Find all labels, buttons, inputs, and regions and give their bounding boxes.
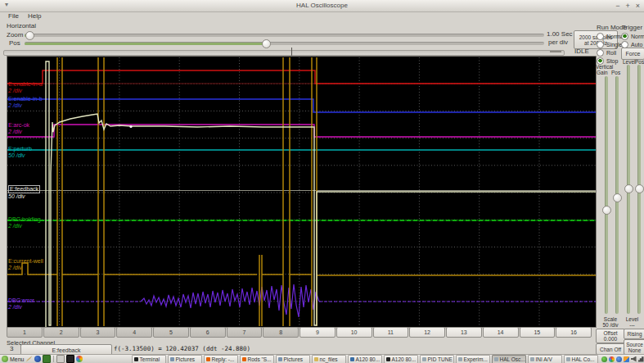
- window-icon: [494, 357, 498, 361]
- channel-button-9[interactable]: 9: [299, 327, 336, 338]
- window-label: HAL Co...: [572, 356, 595, 362]
- terminal-icon[interactable]: [43, 355, 51, 363]
- trigger-level-thumb[interactable]: [624, 184, 633, 193]
- taskbar-window-pictures[interactable]: Pictures: [276, 355, 310, 363]
- zoom-slider-thumb[interactable]: [25, 31, 34, 40]
- menu-file[interactable]: File: [8, 12, 19, 20]
- channel-label-DBG:error[interactable]: DBG:error2 /div: [8, 297, 34, 311]
- pos-slider-thumb[interactable]: [262, 39, 271, 48]
- channel-button-16[interactable]: 16: [556, 327, 592, 338]
- channel-label-E:arc-ok[interactable]: E:arc-ok2 /div: [8, 122, 29, 135]
- quassel-icon[interactable]: [601, 356, 607, 362]
- record-position-handle[interactable]: [550, 51, 561, 52]
- channel-button-11[interactable]: 11: [373, 327, 409, 338]
- window-controls: −+×: [610, 1, 640, 11]
- offset-button[interactable]: Offset 0.000: [596, 329, 625, 343]
- taskbar-window-reply-[interactable]: Reply: -...: [204, 355, 238, 363]
- channel-label-DBG:holding[interactable]: DBG:holding2 /div: [8, 216, 41, 229]
- channel-button-4[interactable]: 4: [116, 327, 152, 338]
- system-tray: [601, 356, 644, 362]
- taskbar-window-hal-co-[interactable]: HAL Co...: [564, 355, 598, 363]
- channel-button-15[interactable]: 15: [520, 327, 556, 338]
- horizontal-pos-slider[interactable]: [25, 42, 544, 45]
- radio-dot: [597, 49, 604, 57]
- channel-label-E:current-well[interactable]: E:current-well2 /div: [8, 258, 43, 271]
- launcher-icons: [26, 355, 83, 363]
- chrome-icon[interactable]: [76, 356, 83, 362]
- channel-button-2[interactable]: 2: [43, 327, 79, 338]
- taskbar-window-terminal[interactable]: Terminal: [132, 355, 166, 363]
- window-label: HAL Osc...: [500, 356, 525, 362]
- channel-button-7[interactable]: 7: [227, 327, 263, 338]
- channel-button-1[interactable]: 1: [7, 327, 43, 338]
- taskbar-separator: [53, 356, 54, 362]
- chan-off-button[interactable]: Chan Off: [596, 343, 625, 355]
- display-icon[interactable]: [66, 355, 74, 363]
- source-button[interactable]: Source None: [624, 339, 644, 355]
- taskbar-window-rods-s-[interactable]: Rods "S...: [240, 355, 274, 363]
- window-label: Terminal: [140, 356, 160, 362]
- taskbar-menu-label: Menu: [10, 356, 25, 362]
- acquisition-status: IDLE: [574, 48, 589, 55]
- horizontal-section-label: Horizontal: [7, 22, 36, 29]
- channel-button-13[interactable]: 13: [446, 327, 482, 338]
- trigger-label: Trigger: [622, 24, 642, 31]
- trigger-radio-normal[interactable]: Normal: [621, 32, 644, 40]
- scope-display[interactable]: [7, 56, 597, 328]
- taskbar-window-experim-[interactable]: Experim...: [456, 355, 490, 363]
- channel-button-10[interactable]: 10: [336, 327, 372, 338]
- screen-icon[interactable]: [56, 355, 65, 363]
- menu-help[interactable]: Help: [28, 12, 41, 20]
- rising-button[interactable]: Rising: [624, 329, 644, 339]
- window-label: A120 80...: [356, 356, 381, 362]
- trace-E:arc-ok: [7, 125, 596, 137]
- vertical-gain-thumb[interactable]: [602, 206, 611, 215]
- vertical-section-label: Vertical: [596, 64, 613, 70]
- vertical-gain-slider[interactable]: [605, 76, 608, 314]
- channel-label-E:perturb[interactable]: E:perturb50 /div: [8, 146, 32, 159]
- signal-icon[interactable]: [638, 356, 644, 362]
- taskbar-window-a120-80-[interactable]: A120 80...: [384, 355, 418, 363]
- channel-button-14[interactable]: 14: [483, 327, 519, 338]
- close-button[interactable]: ×: [636, 2, 640, 10]
- taskbar-window-hal-osc-[interactable]: HAL Osc...: [492, 355, 526, 363]
- horizontal-zoom-slider[interactable]: [25, 34, 544, 37]
- channel-name: E:current-well: [8, 258, 43, 265]
- taskbar-window-ini-a-v[interactable]: INI A/V: [528, 355, 562, 363]
- chrome-icon[interactable]: [609, 356, 615, 362]
- channel-button-8[interactable]: 8: [263, 327, 299, 338]
- channel-button-6[interactable]: 6: [190, 327, 226, 338]
- taskbar-window-a120-80-[interactable]: A120 80...: [348, 355, 382, 363]
- taskbar-window-pictures[interactable]: Pictures: [168, 355, 202, 363]
- pencil-icon[interactable]: [26, 356, 33, 362]
- taskbar-window-pid-tune[interactable]: PID TUNE: [420, 355, 454, 363]
- window-menu-icon[interactable]: ▾: [5, 1, 8, 8]
- window-label: nc_files: [320, 356, 338, 362]
- taskbar-window-nc-files[interactable]: nc_files: [312, 355, 346, 363]
- channel-button-12[interactable]: 12: [409, 327, 445, 338]
- channel-gain: 2 /div: [8, 304, 34, 311]
- offset-label: Offset: [603, 330, 617, 336]
- trigger-force-button[interactable]: Force: [621, 48, 644, 60]
- trigger-pos-thumb[interactable]: [635, 184, 644, 193]
- window-label: Reply: -...: [212, 356, 235, 362]
- minimize-button[interactable]: −: [615, 2, 619, 10]
- maximize-button[interactable]: +: [625, 2, 629, 10]
- taskbar-menu-button[interactable]: Menu: [2, 356, 25, 362]
- channel-gain: 2 /div: [8, 223, 41, 229]
- channel-button-row: 12345678910111213141516: [7, 327, 592, 338]
- channel-label-E:feedback[interactable]: E:feedback50 /div: [8, 185, 40, 200]
- blue-app-icon[interactable]: [616, 356, 622, 362]
- transfer-icon[interactable]: [624, 356, 629, 362]
- volume-icon[interactable]: [631, 356, 637, 362]
- vertical-pos-slider-label: Pos: [611, 70, 620, 75]
- channel-button-3[interactable]: 3: [80, 327, 116, 338]
- channel-name: E:perturb: [8, 146, 32, 152]
- vertical-pos-thumb[interactable]: [613, 193, 622, 202]
- window-icon: [134, 357, 138, 361]
- channel-button-5[interactable]: 5: [153, 327, 189, 338]
- record-position-bar[interactable]: [3, 50, 565, 56]
- channel-label-E:enable-in-a[interactable]: E:enable-in-a2 /div: [8, 81, 43, 94]
- channel-label-E:enable-in-b[interactable]: E:enable-in-b2 /div: [8, 96, 43, 109]
- globe-icon[interactable]: [34, 356, 41, 362]
